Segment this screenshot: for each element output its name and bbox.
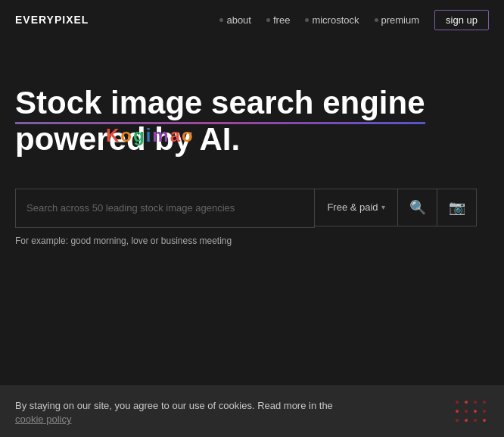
site-logo[interactable]: EVERYPIXEL bbox=[15, 14, 89, 26]
search-input-wrapper bbox=[15, 189, 315, 228]
cookie-banner: By staying on our site, you agree to our… bbox=[0, 385, 504, 437]
nav-microstock[interactable]: microstock bbox=[299, 11, 365, 29]
cookie-message: By staying on our site, you agree to our… bbox=[15, 400, 333, 411]
nav-free[interactable]: free bbox=[260, 11, 296, 29]
camera-icon: 📷 bbox=[449, 199, 465, 216]
page-headline: Stock image search engine powered by AI. bbox=[15, 85, 469, 158]
cookie-policy-link[interactable]: cookie policy bbox=[15, 414, 333, 425]
chevron-down-icon: ▾ bbox=[381, 203, 385, 211]
nav-about[interactable]: about bbox=[213, 11, 257, 29]
camera-search-button[interactable]: 📷 bbox=[437, 189, 477, 226]
search-input[interactable] bbox=[16, 189, 314, 227]
search-example-text: For example: good morning, love or busin… bbox=[15, 236, 489, 246]
hero-section: Kogimao Stock image search engine powere… bbox=[0, 39, 504, 269]
cookie-message-wrapper: By staying on our site, you agree to our… bbox=[15, 398, 333, 425]
search-bar: Free & paid ▾ 🔍 📷 bbox=[15, 189, 477, 228]
signup-button[interactable]: sign up bbox=[434, 10, 489, 30]
nav-premium[interactable]: premium bbox=[369, 11, 426, 29]
search-submit-button[interactable]: 🔍 bbox=[398, 189, 437, 226]
search-icon: 🔍 bbox=[409, 199, 426, 216]
filter-dropdown-button[interactable]: Free & paid ▾ bbox=[315, 189, 398, 226]
decorative-dots bbox=[456, 401, 489, 425]
main-nav: about free microstock premium sign up bbox=[213, 10, 489, 30]
